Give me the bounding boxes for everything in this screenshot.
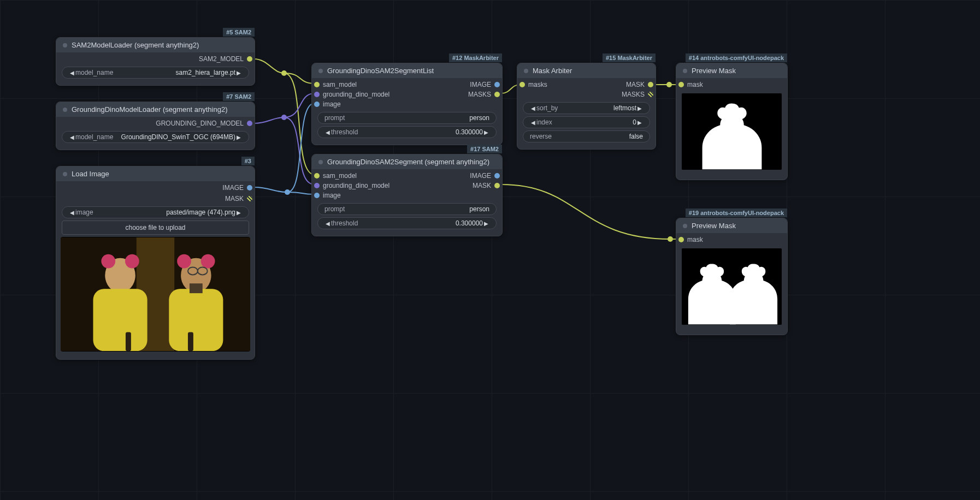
mask-preview xyxy=(682,93,782,170)
port-icon[interactable] xyxy=(314,193,320,198)
output-mask[interactable]: MASK xyxy=(626,80,653,89)
arrow-left-icon[interactable]: ◀ xyxy=(69,210,75,216)
port-icon[interactable] xyxy=(314,183,320,188)
svg-point-0 xyxy=(281,70,287,76)
arrow-right-icon[interactable]: ▶ xyxy=(235,210,242,216)
port-icon[interactable] xyxy=(247,56,252,62)
node-grounding-dino-loader[interactable]: #7 SAM2 GroundingDinoModelLoader (segmen… xyxy=(56,102,255,150)
node-load-image[interactable]: #3 Load Image IMAGE MASK ◀ image pasted/… xyxy=(56,166,255,360)
port-icon[interactable] xyxy=(314,102,320,107)
input-masks[interactable]: masks xyxy=(519,80,547,89)
port-icon[interactable] xyxy=(648,92,653,97)
widget-reverse[interactable]: reverse false xyxy=(523,130,650,142)
widget-prompt[interactable]: prompt person xyxy=(317,112,497,124)
svg-point-14 xyxy=(201,254,215,269)
collapse-dot-icon[interactable] xyxy=(683,69,687,73)
node-title[interactable]: SAM2ModelLoader (segment anything2) xyxy=(56,38,255,52)
input-sam-model[interactable]: sam_model xyxy=(314,80,389,89)
arrow-right-icon[interactable]: ▶ xyxy=(636,105,643,111)
output-image[interactable]: IMAGE xyxy=(56,182,255,193)
collapse-dot-icon[interactable] xyxy=(318,160,323,164)
collapse-dot-icon[interactable] xyxy=(63,172,67,176)
mask-silhouette-single xyxy=(682,93,782,170)
port-icon[interactable] xyxy=(678,237,684,242)
node-title[interactable]: Mask Arbiter xyxy=(517,63,656,78)
port-icon[interactable] xyxy=(494,82,500,87)
arrow-right-icon[interactable]: ▶ xyxy=(483,129,489,135)
port-icon[interactable] xyxy=(648,82,653,87)
widget-threshold[interactable]: ◀ threshold 0.300000 ▶ xyxy=(317,217,497,229)
port-icon[interactable] xyxy=(494,92,500,97)
arrow-right-icon[interactable]: ▶ xyxy=(235,70,242,76)
node-tag: #5 SAM2 xyxy=(223,28,255,37)
collapse-dot-icon[interactable] xyxy=(318,69,323,73)
node-mask-arbiter[interactable]: #15 MaskArbiter Mask Arbiter masks MASK … xyxy=(517,63,656,150)
port-icon[interactable] xyxy=(678,82,684,87)
widget-image-path[interactable]: ◀ image pasted/image (474).png ▶ xyxy=(62,206,249,218)
node-tag: #19 antrobots-comfyUI-nodepack xyxy=(686,209,787,217)
input-image[interactable]: image xyxy=(314,191,389,200)
collapse-dot-icon[interactable] xyxy=(63,43,67,47)
port-icon[interactable] xyxy=(314,92,320,97)
port-icon[interactable] xyxy=(314,173,320,178)
arrow-right-icon[interactable]: ▶ xyxy=(235,134,242,140)
widget-model-name[interactable]: ◀ model_name GroundingDINO_SwinT_OGC (69… xyxy=(62,131,249,143)
output-mask[interactable]: MASK xyxy=(473,181,500,190)
node-title[interactable]: Load Image xyxy=(56,166,255,181)
node-title[interactable]: GroundingDinoSAM2Segment (segment anythi… xyxy=(312,154,502,169)
output-image[interactable]: IMAGE xyxy=(470,80,500,89)
collapse-dot-icon[interactable] xyxy=(63,108,67,112)
title-text: GroundingDinoSAM2SegmentList xyxy=(327,67,434,75)
widget-sort-by[interactable]: ◀ sort_by leftmost ▶ xyxy=(523,102,650,114)
svg-rect-17 xyxy=(190,283,203,293)
output-masks[interactable]: MASKS xyxy=(622,90,653,99)
node-preview-mask-double[interactable]: #19 antrobots-comfyUI-nodepack Preview M… xyxy=(676,218,788,335)
node-tag: #12 MaskArbiter xyxy=(449,53,502,62)
port-icon[interactable] xyxy=(314,82,320,87)
output-mask[interactable]: MASK xyxy=(56,193,255,204)
port-icon[interactable] xyxy=(247,196,252,201)
widget-index[interactable]: ◀ index 0 ▶ xyxy=(523,116,650,128)
port-icon[interactable] xyxy=(247,121,252,126)
output-grounding-dino-model[interactable]: GROUNDING_DINO_MODEL xyxy=(56,118,255,129)
arrow-left-icon[interactable]: ◀ xyxy=(69,134,75,140)
arrow-left-icon[interactable]: ◀ xyxy=(324,221,331,227)
svg-rect-12 xyxy=(169,289,223,351)
collapse-dot-icon[interactable] xyxy=(524,69,528,73)
svg-point-3 xyxy=(666,82,672,87)
arrow-right-icon[interactable]: ▶ xyxy=(483,221,489,227)
port-icon[interactable] xyxy=(494,183,500,188)
input-mask[interactable]: mask xyxy=(676,79,787,90)
node-title[interactable]: Preview Mask xyxy=(676,63,787,78)
node-title[interactable]: GroundingDinoModelLoader (segment anythi… xyxy=(56,102,255,117)
svg-point-13 xyxy=(177,254,191,269)
node-sam2-model-loader[interactable]: #5 SAM2 SAM2ModelLoader (segment anythin… xyxy=(56,37,255,86)
arrow-left-icon[interactable]: ◀ xyxy=(69,70,75,76)
input-mask[interactable]: mask xyxy=(676,234,787,245)
collapse-dot-icon[interactable] xyxy=(683,224,687,228)
widget-threshold[interactable]: ◀ threshold 0.300000 ▶ xyxy=(317,126,497,138)
svg-point-4 xyxy=(668,236,673,242)
node-title[interactable]: GroundingDinoSAM2SegmentList xyxy=(312,63,502,78)
node-grounding-dino-sam2-segment-list[interactable]: #12 MaskArbiter GroundingDinoSAM2Segment… xyxy=(311,63,503,145)
widget-prompt[interactable]: prompt person xyxy=(317,203,497,215)
arrow-right-icon[interactable]: ▶ xyxy=(636,120,643,126)
input-grounding-dino-model[interactable]: grounding_dino_model xyxy=(314,181,389,190)
output-masks[interactable]: MASKS xyxy=(468,90,500,99)
port-icon[interactable] xyxy=(519,82,525,87)
widget-model-name[interactable]: ◀ model_name sam2_hiera_large.pt ▶ xyxy=(62,67,249,79)
input-sam-model[interactable]: sam_model xyxy=(314,171,389,180)
output-sam2-model[interactable]: SAM2_MODEL xyxy=(56,53,255,64)
input-grounding-dino-model[interactable]: grounding_dino_model xyxy=(314,90,389,99)
arrow-left-icon[interactable]: ◀ xyxy=(324,129,331,135)
node-title[interactable]: Preview Mask xyxy=(676,218,787,233)
port-icon[interactable] xyxy=(247,185,252,191)
choose-file-button[interactable]: choose file to upload xyxy=(62,221,249,235)
port-icon[interactable] xyxy=(494,173,500,178)
node-preview-mask-single[interactable]: #14 antrobots-comfyUI-nodepack Preview M… xyxy=(676,63,788,180)
arrow-left-icon[interactable]: ◀ xyxy=(530,120,536,126)
input-image[interactable]: image xyxy=(314,100,389,109)
node-grounding-dino-sam2-segment[interactable]: #17 SAM2 GroundingDinoSAM2Segment (segme… xyxy=(311,154,503,236)
arrow-left-icon[interactable]: ◀ xyxy=(530,105,536,111)
output-image[interactable]: IMAGE xyxy=(470,171,500,180)
